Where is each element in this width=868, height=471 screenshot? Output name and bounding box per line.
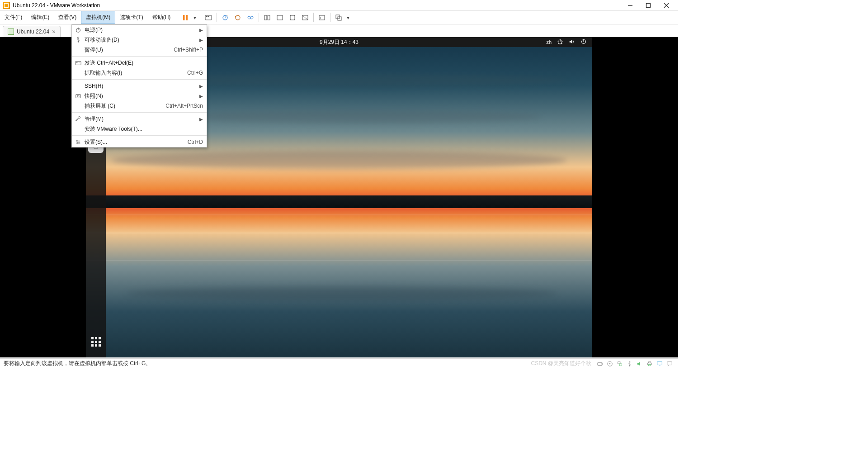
menu-item-shortcut: Ctrl+D [188,139,203,145]
menu-item-label: 安装 VMware Tools(T)... [83,125,203,133]
status-cd-icon[interactable] [606,360,614,367]
status-usb-icon[interactable] [626,360,634,367]
network-icon[interactable] [557,38,563,46]
status-net-icon[interactable] [616,360,624,367]
ubuntu-input-lang[interactable]: zh [546,39,552,45]
menu-item-shortcut: Ctrl+Alt+PrtScn [165,103,203,109]
svg-point-51 [629,365,631,366]
menu-tabs[interactable]: 选项卡(T) [115,11,147,24]
volume-icon[interactable] [569,38,575,46]
vm-menu-item[interactable]: 捕获屏幕 (C)Ctrl+Alt+PrtScn [72,101,207,111]
svg-rect-8 [208,16,209,17]
view-unity-button[interactable] [299,11,311,24]
view-single-button[interactable] [261,11,274,24]
vm-menu-item[interactable]: 发送 Ctrl+Alt+Del(E) [72,58,207,68]
power-dropdown-button[interactable]: ▾ [192,11,198,24]
ubuntu-clock[interactable]: 9月29日 14：43 [320,38,359,46]
svg-rect-14 [268,15,270,20]
send-cad-button[interactable] [202,11,215,24]
svg-rect-19 [319,15,325,20]
submenu-arrow-icon: ▶ [199,28,203,33]
svg-point-46 [601,363,602,364]
svg-line-18 [302,15,308,20]
menu-item-label: 发送 Ctrl+Alt+Del(E) [83,59,203,67]
vm-tab-close[interactable]: × [52,29,56,35]
vm-tab-label: Ubuntu 22.04 [17,29,49,35]
svg-rect-36 [75,62,81,65]
titlebar: Ubuntu 22.04 - VMware Workstation [0,0,678,11]
statusbar: 要将输入定向到该虚拟机，请在虚拟机内部单击或按 Ctrl+G。 CSDN @天亮… [0,358,678,368]
submenu-arrow-icon: ▶ [199,38,203,43]
vm-menu-item[interactable]: 可移动设备(D)▶ [72,35,207,45]
svg-rect-7 [206,16,208,17]
snapshot-take-button[interactable] [219,11,231,24]
svg-rect-53 [648,362,651,363]
menu-view[interactable]: 查看(V) [54,11,81,24]
view-stretch-button[interactable] [316,11,328,24]
vm-tab[interactable]: Ubuntu 22.04 × [3,26,61,37]
app-icon [3,2,10,9]
status-hdd-icon[interactable] [596,360,604,367]
svg-rect-13 [264,15,267,20]
submenu-arrow-icon: ▶ [199,117,203,122]
menu-item-label: 管理(M) [83,115,199,123]
maximize-button[interactable] [639,0,657,10]
menu-item-label: 电源(P) [83,26,199,34]
svg-rect-4 [183,15,185,20]
power-pause-button[interactable] [179,11,192,24]
vm-menu-item[interactable]: 设置(S)...Ctrl+D [72,137,207,147]
status-sound-icon[interactable] [636,360,644,367]
dock-show-apps[interactable] [88,334,104,349]
svg-point-35 [78,41,79,43]
window-title: Ubuntu 22.04 - VMware Workstation [13,2,100,9]
svg-rect-49 [618,362,620,363]
minimize-button[interactable] [621,0,639,10]
vm-menu-item[interactable]: 安装 VMware Tools(T)... [72,124,207,134]
menu-help[interactable]: 帮助(H) [148,11,175,24]
svg-rect-15 [277,15,283,20]
vm-menu-item[interactable]: 电源(P)▶ [72,25,207,35]
svg-rect-57 [667,362,672,365]
svg-point-48 [609,363,611,364]
menu-edit[interactable]: 编辑(E) [27,11,54,24]
snapshot-manager-button[interactable] [244,11,257,24]
vm-menu-item[interactable]: 暂停(U)Ctrl+Shift+P [72,45,207,55]
menu-file[interactable]: 文件(F) [0,11,27,24]
menu-item-label: SSH(H) [83,83,199,89]
svg-point-34 [77,37,79,39]
menu-item-shortcut: Ctrl+G [187,70,203,76]
statusbar-text: 要将输入定向到该虚拟机，请在虚拟机内部单击或按 Ctrl+G。 [4,360,151,367]
svg-rect-1 [646,3,651,7]
view-cycle-dropdown[interactable]: ▾ [345,11,351,24]
vm-menu-item[interactable]: SSH(H)▶ [72,81,207,91]
power-icon [74,27,83,33]
menu-item-label: 抓取输入内容(I) [83,69,187,77]
svg-rect-50 [619,364,622,366]
view-cycle-button[interactable] [332,11,345,24]
snapshot-icon [74,93,83,99]
status-display-icon[interactable] [656,360,664,367]
vm-tab-icon [8,29,14,35]
menu-vm[interactable]: 虚拟机(M) [81,11,115,24]
vm-menu-item[interactable]: 快照(N)▶ [72,91,207,101]
status-printer-icon[interactable] [646,360,654,367]
close-button[interactable] [657,0,675,10]
svg-point-42 [76,140,77,141]
send-keys-icon [74,60,83,66]
view-fullscreen-button[interactable] [286,11,299,24]
vm-menu-item[interactable]: 抓取输入内容(I)Ctrl+G [72,68,207,78]
view-console-button[interactable] [274,11,286,24]
wrench-icon [74,116,83,122]
snapshot-revert-button[interactable] [231,11,244,24]
vm-menu-dropdown: 电源(P)▶可移动设备(D)▶暂停(U)Ctrl+Shift+P发送 Ctrl+… [71,24,207,147]
power-icon[interactable] [580,38,587,46]
svg-point-37 [76,62,77,62]
settings-icon [74,139,83,145]
watermark-text: CSDN @天亮知道好个秋 [531,360,591,367]
status-message-icon[interactable] [665,360,674,367]
svg-rect-6 [205,15,212,20]
submenu-arrow-icon: ▶ [199,94,203,99]
menu-item-label: 捕获屏幕 (C) [83,102,165,110]
svg-rect-5 [186,15,188,20]
vm-menu-item[interactable]: 管理(M)▶ [72,114,207,124]
